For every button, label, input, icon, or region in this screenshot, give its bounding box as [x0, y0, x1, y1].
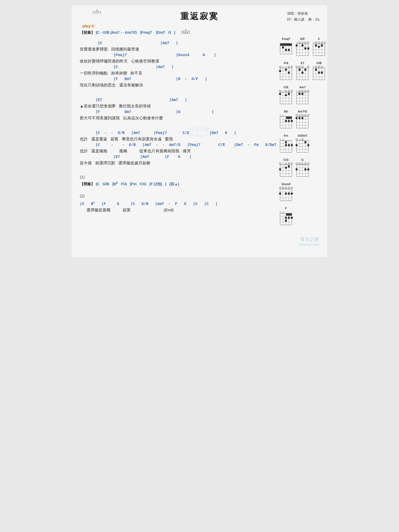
svg-point-73 — [296, 66, 297, 68]
svg-text:·: · — [324, 65, 325, 68]
diagram-g-over-f: G/F x — [296, 37, 309, 57]
svg-point-19 — [307, 42, 309, 43]
diagram-f-svg: x x — [279, 211, 293, 226]
title-section: 重返寂寞 — [80, 11, 319, 22]
section-2: |E7 |Am7 | ▲若命運只想拿個夢 敷衍我太長的等候 |F Dm7 |G … — [80, 97, 276, 121]
diagram-fm-svg: x x — [279, 138, 293, 153]
svg-point-203 — [302, 139, 303, 140]
lyric-row-1a: 笑聲塞進夢裡面 回憶搬到最旁邊 — [80, 46, 276, 52]
svg-point-236 — [288, 165, 290, 167]
diagram-gsus4: Gsus4 — [279, 182, 293, 202]
svg-point-201 — [296, 139, 297, 140]
diagram-row-6: C/G x — [279, 158, 343, 178]
svg-point-234 — [279, 168, 281, 170]
svg-point-52 — [318, 46, 320, 48]
svg-point-70 — [279, 70, 281, 72]
diagram-g-svg — [296, 162, 309, 178]
diagram-row-8: F x x — [279, 207, 343, 226]
svg-point-72 — [288, 72, 290, 74]
diagram-g: G — [296, 158, 309, 178]
svg-point-198 — [288, 144, 290, 146]
diagram-f-label: F — [285, 207, 287, 210]
diagram-bb-label: Bb — [284, 110, 288, 113]
diagram-g-over-f-svg: x — [296, 41, 309, 57]
diagram-row-7: Gsus4 — [279, 182, 343, 202]
svg-point-197 — [285, 141, 287, 143]
svg-point-13 — [285, 49, 287, 51]
svg-point-16 — [299, 42, 300, 43]
svg-text:x: x — [285, 65, 286, 68]
svg-point-200 — [285, 144, 287, 146]
svg-text:x: x — [282, 162, 284, 165]
svg-point-220 — [285, 163, 287, 164]
diagram-row-2: F/A x x — [279, 61, 343, 81]
diagram-gdm7-label: G/Dm7 — [298, 134, 307, 137]
interlude-chords-text: |C G/B |Bb F/A |Fm C/G |F (2拍) | (回▲) — [96, 182, 179, 186]
svg-point-237 — [296, 163, 297, 164]
song-title: 重返寂寞 — [80, 11, 319, 22]
diagram-cg-label: C/G — [284, 158, 289, 161]
lyric-row-3a: 也許 還是重返 寂寞 畢竟也只有寂寞肯永遠 愛我 — [80, 136, 276, 142]
interlude-bracket: 【間奏】 — [80, 182, 95, 186]
lyric-row-3b: 也許 還是擁抱 孤獨 從來也只有孤獨肯陪我 痛哭 — [80, 148, 276, 154]
svg-text:x: x — [313, 41, 314, 44]
svg-point-128 — [285, 94, 287, 96]
interlude-line: 【間奏】 |C G/B |Bb F/A |Fm C/G |F (2拍) | (回… — [80, 181, 276, 187]
lyric-row-1d: 現在只剩頑強的思念 還沒有被解決 — [80, 82, 276, 88]
svg-point-162 — [285, 120, 287, 122]
svg-rect-11 — [280, 44, 292, 46]
svg-text:·: · — [305, 65, 305, 68]
svg-point-132 — [302, 90, 303, 92]
svg-point-39 — [324, 42, 326, 43]
svg-point-257 — [282, 187, 284, 188]
svg-point-275 — [291, 192, 293, 195]
section-1-label: (1) — [80, 175, 276, 179]
svg-point-215 — [296, 144, 298, 146]
aaa-mark-top: 3 AAA — [93, 11, 101, 14]
chord-row-final: |C Bb |F G |C G/B |Am7 - F G |C |C | — [80, 201, 276, 207]
prelude-aaa: 3 AAA — [182, 31, 190, 34]
diagram-e7: E7 · — [296, 61, 309, 81]
lyric-row-1b: 收拾好愛情呼嘯而過的昨天 心恢復空洞整潔 — [80, 58, 276, 64]
lyric-row-3c: 從今後 就選擇沉默 選擇服從歲月如梭 — [80, 160, 276, 166]
lyricist-composer: 詞：施人誠 曲：Zq — [287, 16, 319, 22]
svg-point-127 — [279, 93, 281, 95]
svg-point-292 — [291, 217, 293, 219]
section-3: |C - - G/B |Am7 |Fmaj7 C/E |Dm7 G | 也許 還… — [80, 130, 276, 166]
chord-row-2b: |F Dm7 |G | — [80, 109, 276, 115]
svg-point-114 — [288, 90, 290, 92]
svg-text:x: x — [280, 114, 281, 116]
diagram-c: C x — [312, 37, 326, 57]
diagram-g-over-f-label: G/F — [300, 37, 305, 40]
chord-row-1c: |C |Am7 | — [80, 64, 276, 70]
chord-row-1a: |C |Am7 | — [80, 40, 276, 46]
svg-point-258 — [285, 187, 287, 188]
singer-label: 演唱：張智成 — [287, 11, 319, 16]
chord-row-3c: |E7 |Am7 |F G | — [80, 154, 276, 160]
svg-point-36 — [315, 42, 317, 43]
svg-point-89 — [298, 69, 301, 71]
svg-point-182 — [298, 117, 301, 119]
diagram-e7-svg: · — [296, 65, 309, 81]
diagram-fa: F/A x x — [279, 61, 293, 81]
svg-point-274 — [288, 192, 290, 195]
svg-point-38 — [321, 42, 323, 43]
diagram-row-1: Fmaj7 — [279, 37, 343, 57]
diagram-am7: Am7 x — [296, 86, 309, 105]
diagram-c-svg: x — [312, 41, 326, 57]
svg-point-291 — [288, 217, 290, 219]
lyric-row-2a: ▲若命運只想拿個夢 敷衍我太長的等候 — [80, 103, 276, 109]
svg-text:x: x — [297, 41, 298, 44]
svg-point-241 — [307, 163, 309, 164]
svg-point-12 — [282, 46, 284, 48]
svg-text:x: x — [299, 138, 300, 140]
diagram-am7-svg: x — [296, 90, 309, 105]
svg-point-134 — [307, 90, 309, 92]
right-diagrams: Fmaj7 — [279, 37, 343, 231]
svg-point-222 — [291, 163, 293, 164]
diagram-ce-label: C/E — [284, 86, 288, 89]
svg-text:x: x — [282, 211, 284, 213]
svg-point-131 — [299, 90, 300, 92]
composer: 曲：Zq — [308, 17, 319, 21]
svg-point-163 — [288, 120, 290, 122]
